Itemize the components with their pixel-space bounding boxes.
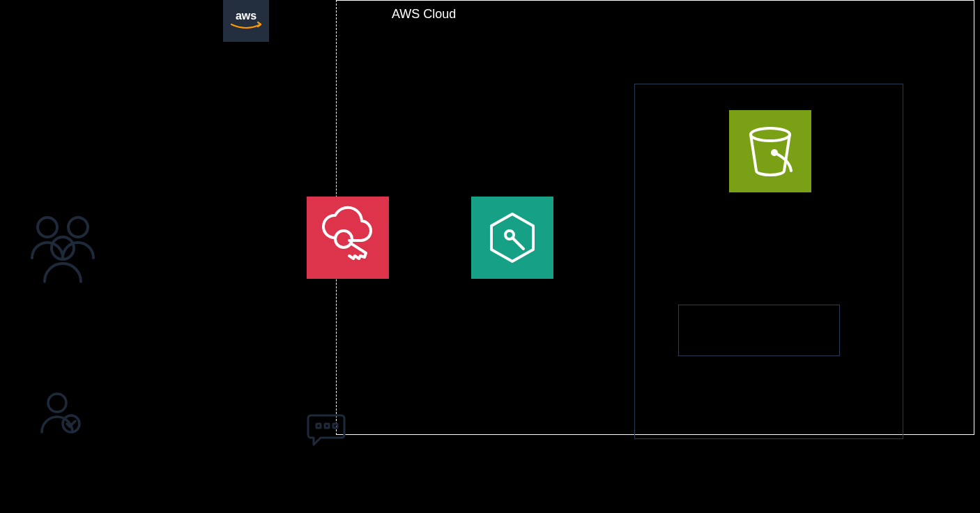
iam-tile <box>307 197 389 279</box>
chat-ellipsis-icon <box>307 411 349 450</box>
user-check <box>36 389 85 441</box>
inner-placeholder-box <box>678 305 840 356</box>
chat-bubble <box>307 411 349 453</box>
users-group-icon <box>24 208 102 286</box>
aws-cloud-label: AWS Cloud <box>392 7 456 22</box>
aws-logo-icon: aws <box>227 9 265 33</box>
user-check-icon <box>36 389 85 438</box>
svg-rect-7 <box>333 424 337 428</box>
diagram-stage: { "cloud_label": "AWS Cloud", "aws_brand… <box>0 0 980 513</box>
svg-point-3 <box>48 394 66 412</box>
users-group <box>24 208 102 289</box>
svg-rect-6 <box>325 424 329 428</box>
inner-service-panel <box>634 84 903 439</box>
svg-rect-5 <box>316 424 321 428</box>
aws-logo-tile: aws <box>223 0 269 42</box>
cloud-key-icon <box>316 206 380 270</box>
hexagon-node-icon <box>483 208 542 267</box>
svg-point-0 <box>38 217 57 237</box>
aws-logo-text: aws <box>236 10 257 22</box>
hex-node-tile <box>471 197 553 279</box>
svg-point-1 <box>68 217 88 237</box>
